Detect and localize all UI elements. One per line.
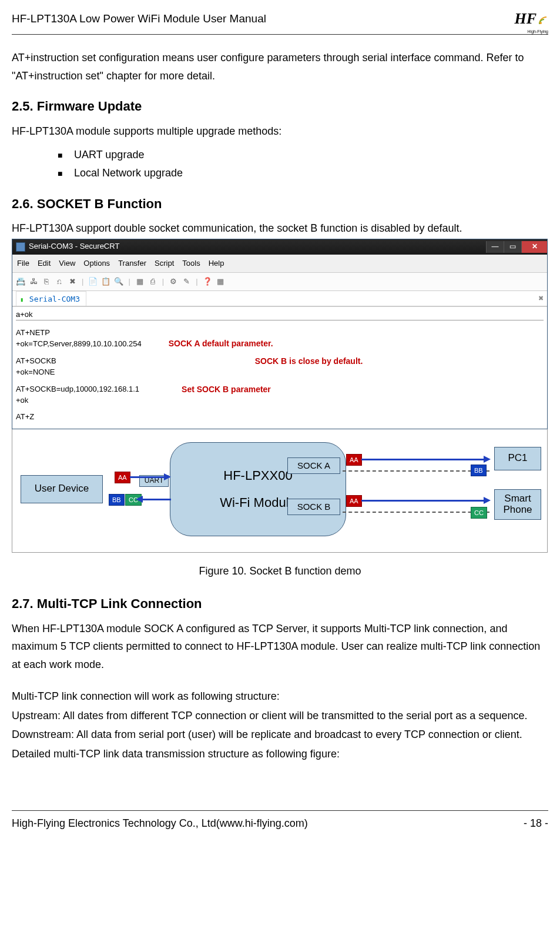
arrow-line — [130, 476, 165, 478]
minimize-button[interactable]: — — [486, 241, 504, 253]
sec25-lead: HF-LPT130A module supports multiple upgr… — [12, 122, 548, 141]
securecrt-screenshot: Serial-COM3 - SecureCRT — ▭ ✕ File Edit … — [12, 239, 548, 553]
list-item: UART upgrade — [12, 146, 548, 164]
menu-options[interactable]: Options — [83, 257, 110, 270]
sec26-lead: HF-LPT130A support double socket communi… — [12, 219, 548, 238]
toolbar-icon[interactable]: 📋 — [101, 277, 110, 286]
badge-aa: AA — [346, 495, 362, 507]
sec27-p4: Downstream: All data from serial port (u… — [12, 726, 548, 744]
menu-file[interactable]: File — [17, 257, 29, 270]
term-line: +ok=NONE — [16, 367, 55, 378]
toolbar-icon[interactable]: ▦ — [135, 277, 145, 286]
term-line: +ok — [16, 395, 28, 406]
term-line: AT+Z — [16, 412, 34, 422]
socket-b-diagram: User Device UART HF-LPXX00 Wi-Fi Module … — [12, 429, 548, 553]
sec27-p3: Upstream: All dates from different TCP c… — [12, 707, 548, 725]
toolbar-icon[interactable]: ✎ — [182, 277, 191, 286]
heading-2-6: 2.6. SOCKET B Function — [12, 193, 548, 215]
logo: HF High-Flying — [514, 6, 548, 32]
annotation-sock-b: SOCK B is close by default. — [255, 356, 363, 368]
badge-bb: BB — [471, 465, 487, 477]
crt-tab-label: Serial-COM3 — [29, 295, 80, 303]
block-module: HF-LPXX00 Wi-Fi Module — [170, 442, 346, 536]
heading-num: 2.6. — [12, 196, 33, 211]
crt-tabstrip: Serial-COM3 ✖ — [12, 291, 547, 306]
list-item: Local Network upgrade — [12, 164, 548, 182]
arrow-line — [361, 459, 485, 460]
heading-text: Multi-TCP Link Connection — [37, 596, 202, 611]
toolbar-icon[interactable]: ▦ — [216, 277, 225, 286]
badge-aa: AA — [115, 472, 130, 484]
sec27-p1: When HF-LPT130A module SOCK A configured… — [12, 620, 548, 674]
menu-script[interactable]: Script — [155, 257, 174, 270]
maximize-button[interactable]: ▭ — [504, 241, 521, 253]
toolbar-icon[interactable]: 🔍 — [114, 277, 123, 286]
term-line: AT+SOCKB — [16, 356, 56, 366]
page-footer: High-Flying Electronics Technology Co., … — [12, 810, 548, 833]
toolbar-icon[interactable]: ❓ — [203, 277, 212, 286]
block-smart-phone: Smart Phone — [494, 489, 541, 520]
phone-l1: Smart — [504, 493, 531, 505]
toolbar-icon[interactable]: ⎙ — [148, 277, 157, 286]
toolbar-icon[interactable]: 📄 — [88, 277, 98, 286]
toolbar-icon[interactable]: 📇 — [16, 277, 25, 286]
module-name: HF-LPXX00 — [223, 465, 292, 486]
svg-point-0 — [539, 22, 542, 24]
figure-caption: Figure 10. Socket B function demo — [12, 562, 548, 580]
footer-left: High-Flying Electronics Technology Co., … — [12, 814, 308, 833]
crt-terminal: a+ok AT+NETP +ok=TCP,Server,8899,10.10.1… — [12, 306, 547, 429]
block-sock-a: SOCK A — [287, 457, 340, 474]
toolbar-icon[interactable]: ⎘ — [42, 277, 51, 286]
heading-num: 2.7. — [12, 596, 33, 611]
heading-text: Firmware Update — [37, 99, 142, 113]
crt-titlebar: Serial-COM3 - SecureCRT — ▭ ✕ — [12, 239, 547, 255]
app-icon — [16, 242, 25, 252]
module-sub: Wi-Fi Module — [220, 492, 296, 513]
sec27-p5: Detailed multi-TCP link data transmissio… — [12, 745, 548, 763]
term-line: a+ok — [16, 309, 33, 320]
arrow-head-icon — [164, 473, 171, 480]
heading-2-5: 2.5. Firmware Update — [12, 95, 548, 117]
sec27-p2: Multi-TCP link connection will work as f… — [12, 687, 548, 706]
heading-text: SOCKET B Function — [37, 196, 162, 211]
dash-line — [343, 512, 489, 513]
block-user-device: User Device — [21, 475, 103, 503]
crt-window-title: Serial-COM3 - SecureCRT — [29, 240, 119, 253]
arrow-head-icon — [484, 456, 491, 463]
term-line: AT+NETP — [16, 328, 50, 338]
arrow-line — [361, 500, 485, 502]
menu-tools[interactable]: Tools — [182, 257, 200, 270]
menu-edit[interactable]: Edit — [38, 257, 51, 270]
tab-close-icon[interactable]: ✖ — [538, 293, 544, 304]
toolbar-icon[interactable]: ⚙ — [169, 277, 178, 286]
wifi-icon — [538, 14, 548, 24]
menu-view[interactable]: View — [59, 257, 75, 270]
menu-transfer[interactable]: Transfer — [118, 257, 146, 270]
toolbar-icon[interactable]: ✖ — [68, 277, 77, 286]
crt-tab[interactable]: Serial-COM3 — [16, 291, 86, 306]
annotation-set-sock-b: Set SOCK B parameter — [182, 384, 271, 396]
logo-company: High-Flying — [528, 28, 548, 35]
dash-line — [343, 470, 489, 472]
arrow-head-icon — [484, 497, 491, 504]
heading-num: 2.5. — [12, 99, 33, 113]
arrow-line — [142, 499, 171, 500]
phone-l2: Phone — [503, 505, 532, 516]
upgrade-list: UART upgrade Local Network upgrade — [12, 146, 548, 182]
toolbar-icon[interactable]: 🖧 — [29, 277, 38, 286]
badge-bb: BB — [109, 494, 125, 506]
intro-paragraph: AT+instruction set configuration means u… — [12, 49, 548, 85]
page-header: HF-LPT130A Low Power WiFi Module User Ma… — [12, 6, 548, 35]
heading-2-7: 2.7. Multi-TCP Link Connection — [12, 593, 548, 614]
close-button[interactable]: ✕ — [521, 241, 547, 253]
term-line: +ok=TCP,Server,8899,10.10.100.254 — [16, 339, 142, 349]
page-number: - 18 - — [524, 814, 548, 833]
doc-title: HF-LPT130A Low Power WiFi Module User Ma… — [12, 9, 266, 28]
badge-cc: CC — [471, 507, 487, 519]
menu-help[interactable]: Help — [209, 257, 224, 270]
block-pc1: PC1 — [494, 447, 541, 470]
crt-menubar: File Edit View Options Transfer Script T… — [12, 255, 547, 273]
arrow-head-icon — [136, 496, 143, 503]
badge-aa: AA — [346, 454, 362, 466]
toolbar-icon[interactable]: ⎌ — [55, 277, 64, 286]
